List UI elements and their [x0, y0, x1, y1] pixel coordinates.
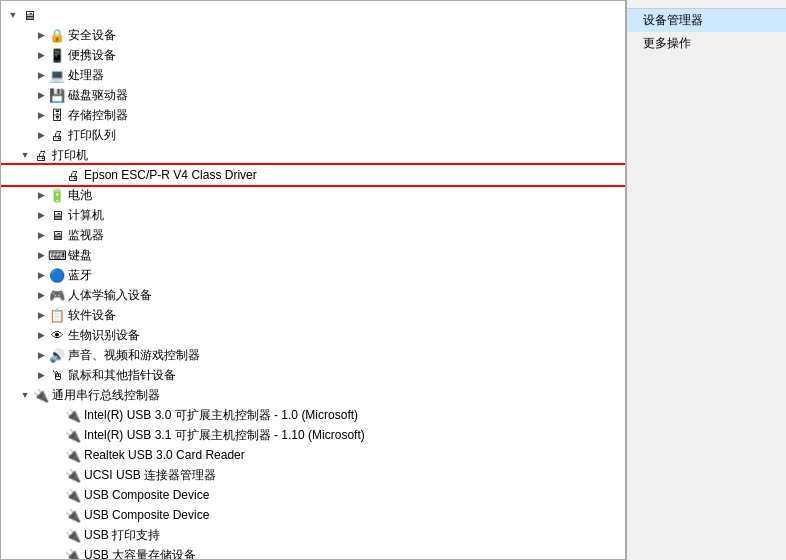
label-mouse: 鼠标和其他指针设备: [68, 367, 176, 384]
tree-item-portable[interactable]: ▶📱便携设备: [1, 45, 625, 65]
tree-item-hid[interactable]: ▶🎮人体学输入设备: [1, 285, 625, 305]
expander-storage[interactable]: ▶: [33, 107, 49, 123]
tree-item-storage[interactable]: ▶🗄存储控制器: [1, 105, 625, 125]
expander-software[interactable]: ▶: [33, 307, 49, 323]
tree-item-keyboard[interactable]: ▶⌨键盘: [1, 245, 625, 265]
tree-item-usb-intel31[interactable]: 🔌Intel(R) USB 3.1 可扩展主机控制器 - 1.10 (Micro…: [1, 425, 625, 445]
actions-panel: 设备管理器更多操作: [626, 0, 786, 560]
expander-portable[interactable]: ▶: [33, 47, 49, 63]
label-disk: 磁盘驱动器: [68, 87, 128, 104]
expander-hid[interactable]: ▶: [33, 287, 49, 303]
actions-list: 设备管理器更多操作: [627, 9, 786, 55]
icon-portable: 📱: [49, 47, 65, 63]
tree-item-usb-comp1[interactable]: 🔌USB Composite Device: [1, 485, 625, 505]
tree-item-software[interactable]: ▶📋软件设备: [1, 305, 625, 325]
label-storage: 存储控制器: [68, 107, 128, 124]
icon-monitor: 🖥: [49, 227, 65, 243]
tree-item-usb-mass[interactable]: 🔌USB 大容量存储设备: [1, 545, 625, 559]
expander-usb-comp1[interactable]: [49, 487, 65, 503]
tree-item-computer[interactable]: ▶🖥计算机: [1, 205, 625, 225]
label-sound: 声音、视频和游戏控制器: [68, 347, 200, 364]
expander-usb-ctrl[interactable]: ▼: [17, 387, 33, 403]
tree-item-print-queue[interactable]: ▶🖨打印队列: [1, 125, 625, 145]
tree-item-sound[interactable]: ▶🔊声音、视频和游戏控制器: [1, 345, 625, 365]
tree-view[interactable]: ▼ 🖥 ▶🔒安全设备▶📱便携设备▶💻处理器▶💾磁盘驱动器▶🗄存储控制器▶🖨打印队…: [1, 1, 625, 559]
tree-item-mouse[interactable]: ▶🖱鼠标和其他指针设备: [1, 365, 625, 385]
tree-item-biometric[interactable]: ▶👁生物识别设备: [1, 325, 625, 345]
expander-epson[interactable]: [49, 167, 65, 183]
expander-usb-intel31[interactable]: [49, 427, 65, 443]
icon-battery: 🔋: [49, 187, 65, 203]
label-usb-comp2: USB Composite Device: [84, 508, 209, 522]
icon-storage: 🗄: [49, 107, 65, 123]
expander-battery[interactable]: ▶: [33, 187, 49, 203]
icon-ucsi: 🔌: [65, 467, 81, 483]
icon-usb-intel30: 🔌: [65, 407, 81, 423]
expander-print-queue[interactable]: ▶: [33, 127, 49, 143]
label-usb-comp1: USB Composite Device: [84, 488, 209, 502]
tree-item-bluetooth[interactable]: ▶🔵蓝牙: [1, 265, 625, 285]
expander-security[interactable]: ▶: [33, 27, 49, 43]
label-computer: 计算机: [68, 207, 104, 224]
label-realtek: Realtek USB 3.0 Card Reader: [84, 448, 245, 462]
label-usb-support: USB 打印支持: [84, 527, 160, 544]
label-usb-mass: USB 大容量存储设备: [84, 547, 196, 560]
tree-item-processor[interactable]: ▶💻处理器: [1, 65, 625, 85]
label-bluetooth: 蓝牙: [68, 267, 92, 284]
expander-realtek[interactable]: [49, 447, 65, 463]
tree-root[interactable]: ▼ 🖥: [1, 5, 625, 25]
tree-item-ucsi[interactable]: 🔌UCSI USB 连接器管理器: [1, 465, 625, 485]
tree-item-battery[interactable]: ▶🔋电池: [1, 185, 625, 205]
action-更多操作[interactable]: 更多操作: [627, 32, 786, 55]
expander-disk[interactable]: ▶: [33, 87, 49, 103]
tree-item-realtek[interactable]: 🔌Realtek USB 3.0 Card Reader: [1, 445, 625, 465]
device-manager-panel: ▼ 🖥 ▶🔒安全设备▶📱便携设备▶💻处理器▶💾磁盘驱动器▶🗄存储控制器▶🖨打印队…: [0, 0, 626, 560]
icon-usb-comp1: 🔌: [65, 487, 81, 503]
expander-bluetooth[interactable]: ▶: [33, 267, 49, 283]
label-hid: 人体学输入设备: [68, 287, 152, 304]
tree-item-disk[interactable]: ▶💾磁盘驱动器: [1, 85, 625, 105]
label-keyboard: 键盘: [68, 247, 92, 264]
expander-processor[interactable]: ▶: [33, 67, 49, 83]
label-software: 软件设备: [68, 307, 116, 324]
label-processor: 处理器: [68, 67, 104, 84]
label-battery: 电池: [68, 187, 92, 204]
action-设备管理器[interactable]: 设备管理器: [627, 9, 786, 32]
expander-usb-comp2[interactable]: [49, 507, 65, 523]
icon-security: 🔒: [49, 27, 65, 43]
label-biometric: 生物识别设备: [68, 327, 140, 344]
tree-item-printer[interactable]: ▼🖨打印机: [1, 145, 625, 165]
expander-monitor[interactable]: ▶: [33, 227, 49, 243]
tree-item-usb-support[interactable]: 🔌USB 打印支持: [1, 525, 625, 545]
expander-usb-intel30[interactable]: [49, 407, 65, 423]
icon-keyboard: ⌨: [49, 247, 65, 263]
tree-item-usb-comp2[interactable]: 🔌USB Composite Device: [1, 505, 625, 525]
tree-item-security[interactable]: ▶🔒安全设备: [1, 25, 625, 45]
tree-item-epson[interactable]: 🖨Epson ESC/P-R V4 Class Driver: [1, 165, 625, 185]
icon-biometric: 👁: [49, 327, 65, 343]
label-security: 安全设备: [68, 27, 116, 44]
expander-usb-support[interactable]: [49, 527, 65, 543]
expander-printer[interactable]: ▼: [17, 147, 33, 163]
label-usb-ctrl: 通用串行总线控制器: [52, 387, 160, 404]
tree-item-monitor[interactable]: ▶🖥监视器: [1, 225, 625, 245]
expander-ucsi[interactable]: [49, 467, 65, 483]
label-ucsi: UCSI USB 连接器管理器: [84, 467, 216, 484]
tree-item-usb-intel30[interactable]: 🔌Intel(R) USB 3.0 可扩展主机控制器 - 1.0 (Micros…: [1, 405, 625, 425]
label-printer: 打印机: [52, 147, 88, 164]
icon-usb-intel31: 🔌: [65, 427, 81, 443]
root-expander[interactable]: ▼: [5, 7, 21, 23]
expander-sound[interactable]: ▶: [33, 347, 49, 363]
expander-computer[interactable]: ▶: [33, 207, 49, 223]
computer-icon: 🖥: [21, 7, 37, 23]
label-epson: Epson ESC/P-R V4 Class Driver: [84, 168, 257, 182]
icon-epson: 🖨: [65, 167, 81, 183]
tree-item-usb-ctrl[interactable]: ▼🔌通用串行总线控制器: [1, 385, 625, 405]
expander-biometric[interactable]: ▶: [33, 327, 49, 343]
label-print-queue: 打印队列: [68, 127, 116, 144]
expander-mouse[interactable]: ▶: [33, 367, 49, 383]
icon-processor: 💻: [49, 67, 65, 83]
icon-software: 📋: [49, 307, 65, 323]
expander-usb-mass[interactable]: [49, 547, 65, 559]
label-portable: 便携设备: [68, 47, 116, 64]
